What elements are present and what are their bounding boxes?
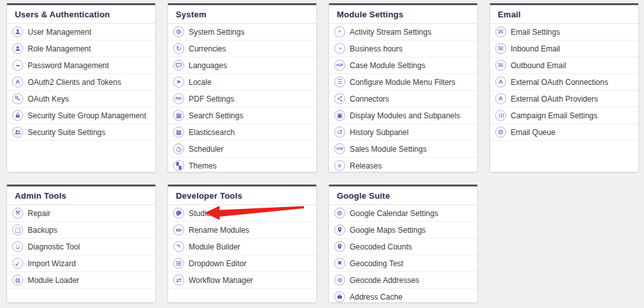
- admin-link-external-oauth-providers[interactable]: AExternal OAuth Providers: [490, 91, 638, 107]
- admin-link-label: Google Maps Settings: [350, 226, 426, 235]
- admin-link-themes[interactable]: ▚Themes: [168, 158, 316, 172]
- loader-ring-icon: ◍: [12, 275, 23, 285]
- admin-link-role-management[interactable]: Role Management: [7, 41, 155, 57]
- admin-link-label: Password Management: [28, 61, 109, 70]
- admin-link-inbound-email[interactable]: ✉Inbound Email: [490, 41, 638, 57]
- admin-link-label: External OAuth Connections: [511, 78, 608, 87]
- admin-link-label: Themes: [189, 161, 216, 170]
- aos-badge-icon: AOS: [334, 143, 345, 154]
- admin-link-outbound-email[interactable]: ✉Outbound Email: [490, 57, 638, 74]
- envelope-inbound-icon: ✉: [495, 43, 506, 54]
- admin-link-label: Releases: [350, 161, 382, 170]
- panel-users-authentication: Users & AuthenticationUser ManagementRol…: [6, 3, 156, 172]
- monitor-icon: ▣: [334, 110, 345, 121]
- admin-link-elasticsearch[interactable]: ▦Elasticsearch: [168, 124, 316, 141]
- ab-badge-icon: ab: [173, 224, 184, 235]
- key-icon: [12, 93, 23, 104]
- admin-link-system-settings[interactable]: ⚙System Settings: [168, 24, 316, 41]
- admin-link-label: Campaign Email Settings: [511, 111, 598, 120]
- admin-link-releases[interactable]: ≡Releases: [329, 158, 477, 172]
- admin-link-password-management[interactable]: •••Password Management: [7, 57, 155, 74]
- admin-link-oauth-keys[interactable]: OAuth Keys: [7, 91, 155, 107]
- admin-link-google-maps-settings[interactable]: Google Maps Settings: [329, 222, 477, 239]
- panel-title: Module Settings: [329, 5, 477, 24]
- admin-link-dropdown-editor[interactable]: ⊞Dropdown Editor: [168, 255, 316, 272]
- envelope-outbound-icon: ✉: [495, 60, 506, 71]
- admin-link-configure-module-menu-filters[interactable]: ☰Configure Module Menu Filters: [329, 74, 477, 91]
- admin-link-label: Geocode Addresses: [350, 276, 419, 285]
- admin-link-languages[interactable]: Languages: [168, 57, 316, 74]
- admin-link-label: Studio: [189, 209, 211, 218]
- crossed-arrows-icon: ✖: [334, 258, 345, 269]
- admin-link-google-calendar-settings[interactable]: ⚙Google Calendar Settings: [329, 205, 477, 222]
- admin-link-label: Display Modules and Subpanels: [350, 111, 460, 120]
- admin-link-label: Repair: [28, 209, 50, 218]
- admin-link-module-loader[interactable]: ◍Module Loader: [7, 272, 155, 289]
- admin-link-pdf-settings[interactable]: PDFPDF Settings: [168, 91, 316, 107]
- admin-link-label: OAuth2 Clients and Tokens: [28, 78, 121, 87]
- admin-link-search-settings[interactable]: ▦Search Settings: [168, 107, 316, 124]
- admin-link-security-suite-group-management[interactable]: Security Suite Group Management: [7, 107, 155, 124]
- elasticsearch-icon: ▦: [173, 127, 184, 138]
- admin-link-studio[interactable]: Studio: [168, 205, 316, 222]
- panel-title: Developer Tools: [168, 186, 316, 205]
- palette-icon: [173, 208, 184, 219]
- admin-link-oauth2-clients-and-tokens[interactable]: AOAuth2 Clients and Tokens: [7, 74, 155, 91]
- admin-link-label: Elasticsearch: [189, 128, 234, 137]
- admin-link-business-hours[interactable]: ◔Business hours: [329, 41, 477, 57]
- admin-link-geocoded-counts[interactable]: Geocoded Counts: [329, 239, 477, 255]
- admin-link-workflow-manager[interactable]: ⇄Workflow Manager: [168, 272, 316, 289]
- lock-icon: [12, 110, 23, 121]
- admin-link-case-module-settings[interactable]: AOPCase Module Settings: [329, 57, 477, 74]
- share-nodes-icon: [334, 93, 345, 104]
- admin-link-connectors[interactable]: Connectors: [329, 91, 477, 107]
- admin-link-currencies[interactable]: ↻Currencies: [168, 41, 316, 57]
- admin-link-diagnostic-tool[interactable]: ☺Diagnostic Tool: [7, 239, 155, 255]
- panel-admin-tools: Admin Tools⚒Repair▢Backups☺Diagnostic To…: [6, 185, 156, 303]
- aop-badge-icon: AOP: [334, 60, 345, 71]
- history-icon: ↺: [334, 127, 345, 138]
- admin-link-email-queue[interactable]: @Email Queue: [490, 124, 638, 141]
- admin-link-geocoding-test[interactable]: ✖Geocoding Test: [329, 255, 477, 272]
- user-group-icon: [12, 127, 23, 138]
- panel-title: Google Suite: [329, 186, 477, 205]
- admin-link-label: Search Settings: [189, 111, 243, 120]
- admin-link-sales-module-settings[interactable]: AOSSales Module Settings: [329, 141, 477, 158]
- admin-link-campaign-email-settings[interactable]: ☰Campaign Email Settings: [490, 107, 638, 124]
- admin-link-label: Email Settings: [511, 28, 560, 37]
- admin-link-geocode-addresses[interactable]: ⊚Geocode Addresses: [329, 272, 477, 289]
- gear-icon: ⚙: [334, 208, 345, 219]
- admin-link-label: Inbound Email: [511, 44, 560, 53]
- admin-link-scheduler[interactable]: ◷Scheduler: [168, 141, 316, 158]
- admin-link-rename-modules[interactable]: abRename Modules: [168, 222, 316, 239]
- oauth-letter-icon: A: [495, 93, 506, 104]
- search-grid-icon: ▦: [173, 110, 184, 121]
- admin-link-address-cache[interactable]: Address Cache: [329, 289, 477, 303]
- envelope-icon: ✉: [495, 26, 506, 37]
- admin-link-import-wizard[interactable]: ↙Import Wizard: [7, 255, 155, 272]
- admin-link-label: User Management: [28, 28, 91, 37]
- admin-link-module-builder[interactable]: ✎Module Builder: [168, 239, 316, 255]
- admin-settings-page: Users & AuthenticationUser ManagementRol…: [0, 0, 644, 308]
- admin-link-locale[interactable]: ➤Locale: [168, 74, 316, 91]
- admin-link-label: Scheduler: [189, 145, 223, 154]
- admin-link-label: History Subpanel: [350, 128, 408, 137]
- admin-link-label: System Settings: [189, 28, 245, 37]
- admin-link-repair[interactable]: ⚒Repair: [7, 205, 155, 222]
- admin-link-email-settings[interactable]: ✉Email Settings: [490, 24, 638, 41]
- admin-link-label: Module Loader: [28, 276, 79, 285]
- panel-title: Users & Authentication: [7, 5, 155, 24]
- admin-link-security-suite-settings[interactable]: Security Suite Settings: [7, 124, 155, 141]
- admin-link-label: Case Module Settings: [350, 61, 425, 70]
- admin-link-backups[interactable]: ▢Backups: [7, 222, 155, 239]
- admin-link-display-modules-and-subpanels[interactable]: ▣Display Modules and Subpanels: [329, 107, 477, 124]
- map-pin-icon: [334, 224, 345, 235]
- admin-link-history-subpanel[interactable]: ↺History Subpanel: [329, 124, 477, 141]
- admin-link-label: Email Queue: [511, 128, 555, 137]
- admin-link-user-management[interactable]: User Management: [7, 24, 155, 41]
- admin-link-activity-stream-settings[interactable]: ⚡Activity Stream Settings: [329, 24, 477, 41]
- password-dots-icon: •••: [12, 60, 23, 71]
- admin-link-external-oauth-connections[interactable]: AExternal OAuth Connections: [490, 74, 638, 91]
- panel-email: Email✉Email Settings✉Inbound Email✉Outbo…: [489, 3, 639, 172]
- diagnostic-icon: ☺: [12, 241, 23, 252]
